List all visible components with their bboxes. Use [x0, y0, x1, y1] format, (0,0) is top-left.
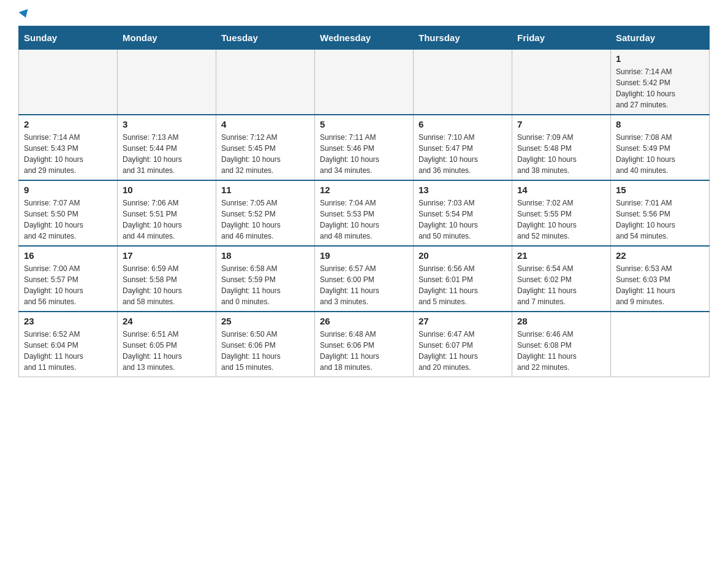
day-info: Sunrise: 7:14 AMSunset: 5:42 PMDaylight:… [616, 66, 704, 110]
day-number: 25 [221, 316, 309, 326]
col-sunday: Sunday [19, 26, 118, 50]
day-number: 12 [320, 185, 408, 195]
day-info: Sunrise: 7:11 AMSunset: 5:46 PMDaylight:… [320, 132, 408, 176]
col-monday: Monday [118, 26, 216, 50]
day-info: Sunrise: 6:57 AMSunset: 6:00 PMDaylight:… [320, 263, 408, 307]
table-row: 18Sunrise: 6:58 AMSunset: 5:59 PMDayligh… [216, 246, 315, 312]
table-row: 8Sunrise: 7:08 AMSunset: 5:49 PMDaylight… [611, 115, 710, 180]
table-row: 21Sunrise: 6:54 AMSunset: 6:02 PMDayligh… [512, 246, 611, 312]
table-row [216, 50, 315, 115]
day-info: Sunrise: 6:48 AMSunset: 6:06 PMDaylight:… [320, 329, 408, 373]
day-number: 21 [517, 250, 605, 261]
table-row [611, 312, 710, 377]
table-row [512, 50, 611, 115]
day-number: 28 [517, 316, 605, 326]
day-number: 9 [24, 185, 112, 195]
day-info: Sunrise: 6:58 AMSunset: 5:59 PMDaylight:… [221, 263, 309, 307]
week-row-1: 2Sunrise: 7:14 AMSunset: 5:43 PMDaylight… [19, 115, 710, 180]
col-saturday: Saturday [611, 26, 710, 50]
day-number: 11 [221, 185, 309, 195]
day-number: 15 [616, 185, 704, 195]
day-info: Sunrise: 7:06 AMSunset: 5:51 PMDaylight:… [123, 197, 211, 242]
day-number: 14 [517, 185, 605, 195]
table-row: 11Sunrise: 7:05 AMSunset: 5:52 PMDayligh… [216, 180, 315, 246]
day-info: Sunrise: 7:02 AMSunset: 5:55 PMDaylight:… [517, 197, 605, 242]
day-info: Sunrise: 7:05 AMSunset: 5:52 PMDaylight:… [221, 197, 309, 242]
week-row-3: 16Sunrise: 7:00 AMSunset: 5:57 PMDayligh… [19, 246, 710, 312]
day-number: 19 [320, 250, 408, 261]
day-info: Sunrise: 7:13 AMSunset: 5:44 PMDaylight:… [123, 132, 211, 176]
day-number: 17 [123, 250, 211, 261]
day-info: Sunrise: 7:07 AMSunset: 5:50 PMDaylight:… [24, 197, 112, 242]
table-row: 26Sunrise: 6:48 AMSunset: 6:06 PMDayligh… [315, 312, 414, 377]
table-row: 12Sunrise: 7:04 AMSunset: 5:53 PMDayligh… [315, 180, 414, 246]
week-row-0: 1Sunrise: 7:14 AMSunset: 5:42 PMDaylight… [19, 50, 710, 115]
table-row: 19Sunrise: 6:57 AMSunset: 6:00 PMDayligh… [315, 246, 414, 312]
col-friday: Friday [512, 26, 611, 50]
day-number: 24 [123, 316, 211, 326]
day-number: 18 [221, 250, 309, 261]
table-row: 1Sunrise: 7:14 AMSunset: 5:42 PMDaylight… [611, 50, 710, 115]
day-number: 2 [24, 119, 112, 129]
day-info: Sunrise: 7:04 AMSunset: 5:53 PMDaylight:… [320, 197, 408, 242]
day-number: 20 [419, 250, 507, 261]
day-number: 8 [616, 119, 704, 129]
table-row: 25Sunrise: 6:50 AMSunset: 6:06 PMDayligh… [216, 312, 315, 377]
day-number: 27 [419, 316, 507, 326]
logo [18, 12, 29, 20]
day-number: 5 [320, 119, 408, 129]
table-row: 22Sunrise: 6:53 AMSunset: 6:03 PMDayligh… [611, 246, 710, 312]
logo-triangle-icon [18, 9, 30, 20]
week-row-2: 9Sunrise: 7:07 AMSunset: 5:50 PMDaylight… [19, 180, 710, 246]
day-number: 13 [419, 185, 507, 195]
table-row: 28Sunrise: 6:46 AMSunset: 6:08 PMDayligh… [512, 312, 611, 377]
table-row: 27Sunrise: 6:47 AMSunset: 6:07 PMDayligh… [414, 312, 512, 377]
day-info: Sunrise: 6:54 AMSunset: 6:02 PMDaylight:… [517, 263, 605, 307]
day-number: 23 [24, 316, 112, 326]
days-of-week-row: Sunday Monday Tuesday Wednesday Thursday… [19, 26, 710, 50]
day-number: 16 [24, 250, 112, 261]
day-number: 1 [616, 53, 704, 64]
day-info: Sunrise: 7:00 AMSunset: 5:57 PMDaylight:… [24, 263, 112, 307]
table-row: 9Sunrise: 7:07 AMSunset: 5:50 PMDaylight… [19, 180, 118, 246]
table-row: 23Sunrise: 6:52 AMSunset: 6:04 PMDayligh… [19, 312, 118, 377]
day-info: Sunrise: 6:47 AMSunset: 6:07 PMDaylight:… [419, 329, 507, 373]
day-info: Sunrise: 6:56 AMSunset: 6:01 PMDaylight:… [419, 263, 507, 307]
day-info: Sunrise: 7:09 AMSunset: 5:48 PMDaylight:… [517, 132, 605, 176]
day-number: 4 [221, 119, 309, 129]
table-row [118, 50, 216, 115]
page-header [18, 12, 710, 20]
table-row: 20Sunrise: 6:56 AMSunset: 6:01 PMDayligh… [414, 246, 512, 312]
day-number: 26 [320, 316, 408, 326]
day-number: 10 [123, 185, 211, 195]
day-info: Sunrise: 7:01 AMSunset: 5:56 PMDaylight:… [616, 197, 704, 242]
table-row: 3Sunrise: 7:13 AMSunset: 5:44 PMDaylight… [118, 115, 216, 180]
col-wednesday: Wednesday [315, 26, 414, 50]
day-info: Sunrise: 7:12 AMSunset: 5:45 PMDaylight:… [221, 132, 309, 176]
day-info: Sunrise: 6:52 AMSunset: 6:04 PMDaylight:… [24, 329, 112, 373]
table-row: 24Sunrise: 6:51 AMSunset: 6:05 PMDayligh… [118, 312, 216, 377]
day-info: Sunrise: 7:08 AMSunset: 5:49 PMDaylight:… [616, 132, 704, 176]
table-row: 14Sunrise: 7:02 AMSunset: 5:55 PMDayligh… [512, 180, 611, 246]
day-number: 7 [517, 119, 605, 129]
day-number: 22 [616, 250, 704, 261]
col-thursday: Thursday [414, 26, 512, 50]
table-row: 15Sunrise: 7:01 AMSunset: 5:56 PMDayligh… [611, 180, 710, 246]
table-row: 13Sunrise: 7:03 AMSunset: 5:54 PMDayligh… [414, 180, 512, 246]
week-row-4: 23Sunrise: 6:52 AMSunset: 6:04 PMDayligh… [19, 312, 710, 377]
calendar-table: Sunday Monday Tuesday Wednesday Thursday… [18, 26, 710, 377]
day-info: Sunrise: 6:53 AMSunset: 6:03 PMDaylight:… [616, 263, 704, 307]
table-row: 10Sunrise: 7:06 AMSunset: 5:51 PMDayligh… [118, 180, 216, 246]
table-row [414, 50, 512, 115]
day-info: Sunrise: 7:03 AMSunset: 5:54 PMDaylight:… [419, 197, 507, 242]
table-row [19, 50, 118, 115]
day-info: Sunrise: 6:50 AMSunset: 6:06 PMDaylight:… [221, 329, 309, 373]
table-row: 5Sunrise: 7:11 AMSunset: 5:46 PMDaylight… [315, 115, 414, 180]
table-row: 4Sunrise: 7:12 AMSunset: 5:45 PMDaylight… [216, 115, 315, 180]
col-tuesday: Tuesday [216, 26, 315, 50]
day-info: Sunrise: 6:51 AMSunset: 6:05 PMDaylight:… [123, 329, 211, 373]
day-info: Sunrise: 7:10 AMSunset: 5:47 PMDaylight:… [419, 132, 507, 176]
table-row: 17Sunrise: 6:59 AMSunset: 5:58 PMDayligh… [118, 246, 216, 312]
day-number: 6 [419, 119, 507, 129]
table-row: 16Sunrise: 7:00 AMSunset: 5:57 PMDayligh… [19, 246, 118, 312]
